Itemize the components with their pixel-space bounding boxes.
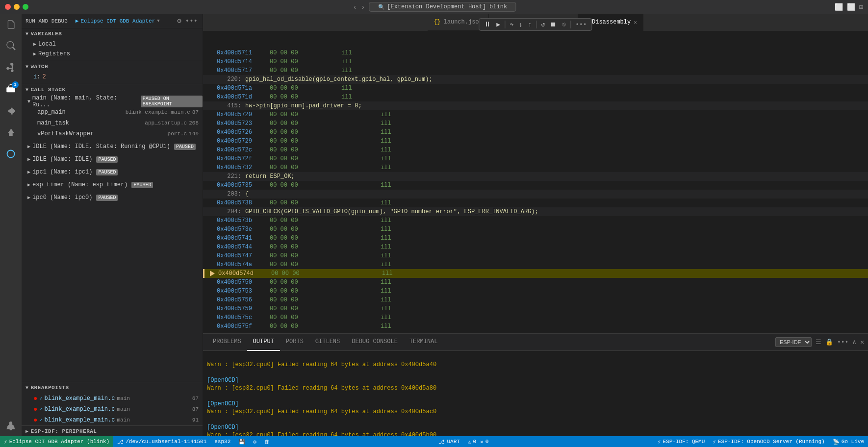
debug-rewind-btn[interactable]: ↺	[539, 20, 547, 29]
watch-key: i	[33, 74, 37, 80]
panel-list-icon[interactable]: ☰	[816, 338, 821, 346]
esp-idf-icon[interactable]	[2, 145, 20, 163]
code-addr-15: 0x400d573e	[217, 226, 266, 233]
thread-main-header[interactable]: ▼ main (Name: main, State: Ru... PAUSED …	[22, 96, 203, 107]
more-icon[interactable]: •••	[184, 16, 199, 26]
thread-esp-timer-header[interactable]: ▶ esp_timer (Name: esp_timer) PAUSED	[22, 179, 203, 190]
debug-restart-btn[interactable]: ▶	[494, 20, 502, 29]
explorer-icon[interactable]	[2, 16, 20, 33]
breakpoints-header[interactable]: ▼ BREAKPOINTS	[22, 382, 203, 393]
window-controls	[5, 4, 28, 10]
main-layout: 1 RUN AND DEBUG ▶ Eclipse CDT GDB Adapte…	[0, 14, 868, 436]
thread-ipc0-header[interactable]: ▶ ipc0 (Name: ipc0) PAUSED	[22, 192, 203, 203]
status-debug-item[interactable]: ⚡ Eclipse CDT GDB Adapter (blink)	[0, 436, 113, 447]
search-box[interactable]: 🔍 [Extension Development Host] blink	[369, 2, 516, 12]
status-source-item[interactable]: ⎇ /dev/cu.usbserial-1141501	[113, 436, 210, 447]
status-go-live[interactable]: 📡 Go Live	[829, 436, 868, 447]
debug-disconnect-btn[interactable]: ⎋	[560, 20, 568, 29]
code-bytes-6: 00 00 00	[270, 120, 309, 127]
tab-close-disasm[interactable]: ✕	[634, 19, 637, 25]
debug-step-out-btn[interactable]: ↑	[526, 20, 534, 29]
panel-chevron-up-icon[interactable]: ∧	[852, 338, 856, 346]
panel-tab-output[interactable]: OUTPUT	[247, 334, 280, 351]
panel-close-icon[interactable]: ✕	[860, 338, 864, 346]
code-addr-24: 0x400d575c	[217, 314, 266, 321]
panel-lock-icon[interactable]: 🔒	[825, 338, 833, 346]
debug-more-btn[interactable]: •••	[573, 20, 588, 29]
line-gutter-10	[207, 155, 215, 163]
panel-more-icon[interactable]: •••	[837, 339, 848, 346]
thread-idle-cpu1-header[interactable]: ▶ IDLE (Name: IDLE, State: Running @CPU1…	[22, 141, 203, 152]
status-openocd[interactable]: ⚡ ESP-IDF: OpenOCD Server (Running)	[709, 436, 828, 447]
panel-tab-problems[interactable]: PROBLEMS	[207, 334, 247, 351]
debug-continue-btn[interactable]: ⏸	[482, 20, 493, 29]
bp-item-2[interactable]: ● ✓ blink_example_main.c main 91	[22, 415, 203, 425]
local-chevron: ▶	[33, 41, 36, 47]
line-gutter-16	[207, 234, 215, 242]
source-text-415: hw->pin[gpio_num].pad_driver = 0;	[245, 102, 362, 109]
bp-check-0: ✓	[39, 396, 42, 401]
status-chip-item[interactable]: esp32	[210, 436, 234, 447]
panel-tab-label-output: OUTPUT	[253, 338, 274, 345]
code-line-0: 0x400d5711 00 00 00 ill	[203, 49, 868, 57]
line-gutter-15	[207, 225, 215, 233]
line-gutter-18	[207, 252, 215, 260]
minimize-button[interactable]	[14, 4, 20, 10]
status-settings-item[interactable]: ⚙	[249, 436, 260, 447]
thread-ipc1: ▶ ipc1 (Name: ipc1) PAUSED	[22, 166, 203, 178]
back-button[interactable]: ‹	[352, 2, 358, 12]
code-line-9: 0x400d572c 00 00 00 ill	[203, 146, 868, 154]
forward-button[interactable]: ›	[360, 2, 366, 12]
panel-tab-ports[interactable]: PORTS	[280, 334, 309, 351]
debug-icon[interactable]: 1	[2, 80, 20, 98]
test-icon[interactable]	[2, 124, 20, 141]
bp-item-0[interactable]: ● ✓ blink_example_main.c main 67	[22, 393, 203, 404]
panel-tab-terminal[interactable]: TERMINAL	[404, 334, 444, 351]
call-stack-header[interactable]: ▼ CALL STACK	[22, 84, 203, 95]
close-button[interactable]	[5, 4, 11, 10]
line-gutter-current	[208, 270, 216, 277]
frame-file-vport: port.c	[168, 131, 187, 137]
settings-icon[interactable]: ⚙	[176, 16, 182, 26]
thread-name-5: esp_timer (Name: esp_timer)	[32, 181, 128, 188]
status-idf-qemu[interactable]: ⚡ ESP-IDF: QEMU	[654, 436, 709, 447]
source-text-203: {	[245, 191, 249, 198]
code-line-8: 0x400d5729 00 00 00 ill	[203, 137, 868, 146]
debug-adapter-selector[interactable]: ▶ Eclipse CDT GDB Adapter ▼	[76, 18, 160, 24]
debug-stop-btn[interactable]: ⏹	[548, 20, 559, 29]
editor-content[interactable]: 0x400d5711 00 00 00 ill 0x400d5714 00 00…	[203, 49, 868, 333]
bp-item-1[interactable]: ● ✓ blink_example_main.c main 87	[22, 404, 203, 415]
status-trash-item[interactable]: 🗑	[260, 436, 274, 447]
maximize-button[interactable]	[23, 4, 28, 10]
status-branch-item[interactable]: ⎇ UART	[434, 436, 463, 447]
panel-content[interactable]: Warn : [esp32.cpu0] Failed reading 64 by…	[203, 351, 868, 436]
registers-item[interactable]: ▶ Registers	[29, 49, 203, 59]
search-icon[interactable]	[2, 37, 20, 55]
debug-step-over-btn[interactable]: ↷	[508, 20, 515, 29]
local-item[interactable]: ▶ Local	[29, 39, 203, 49]
output-line-1: Warn : [esp32.cpu0] Failed reading 64 by…	[207, 361, 864, 369]
panel-output-dropdown[interactable]: ESP-IDF	[775, 337, 812, 347]
panel-tab-gitlens[interactable]: GITLENS	[309, 334, 346, 351]
code-addr-11: 0x400d5732	[217, 164, 266, 171]
layout-icon[interactable]: ⬜	[835, 3, 843, 11]
grid-icon[interactable]: ⊞	[859, 3, 863, 11]
notifications-icon[interactable]	[2, 419, 20, 436]
bp-title: BREAKPOINTS	[31, 385, 69, 391]
variables-header[interactable]: ▼ VARIABLES	[22, 28, 203, 39]
panel-tab-debug-console[interactable]: DEBUG CONSOLE	[346, 334, 404, 351]
frame-main-task[interactable]: main_task app_startup.c 208	[22, 118, 203, 128]
thread-idle-header[interactable]: ▶ IDLE (Name: IDLE) PAUSED	[22, 154, 203, 165]
source-control-icon[interactable]	[2, 59, 20, 76]
extensions-icon[interactable]	[2, 102, 20, 120]
thread-ipc1-header[interactable]: ▶ ipc1 (Name: ipc1) PAUSED	[22, 167, 203, 177]
esp-peripheral-section[interactable]: ▶ ESP-IDF: PERIPHERAL	[22, 425, 203, 436]
debug-step-into-btn[interactable]: ↓	[517, 20, 525, 29]
split-icon[interactable]: ⬜	[847, 3, 855, 11]
watch-header[interactable]: ▼ WATCH	[22, 61, 203, 72]
status-left: ⚡ Eclipse CDT GDB Adapter (blink) ⎇ /dev…	[0, 436, 274, 447]
status-warnings-item[interactable]: ⚠ 0 ✕ 0	[464, 436, 492, 447]
frame-app-main[interactable]: app_main blink_example_main.c 87	[22, 107, 203, 118]
status-flash-icon[interactable]: 💾	[234, 436, 249, 447]
frame-vport[interactable]: vPortTaskWrapper port.c 149	[22, 128, 203, 139]
